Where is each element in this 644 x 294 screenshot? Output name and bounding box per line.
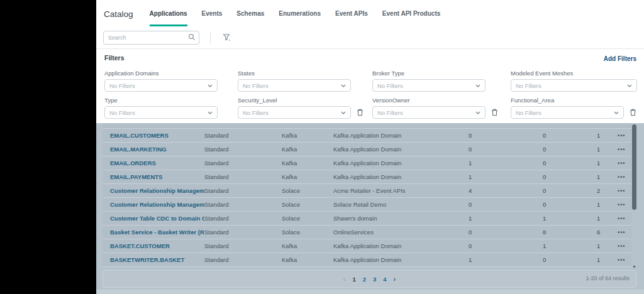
application-type-cell: Standard [204, 132, 282, 139]
table-row[interactable]: BASKET.CUSTOMERStandardKafkaKafka Applic… [103, 239, 631, 253]
table-row[interactable]: EMAIL.PAYMENTSStandardKafkaKafka Applica… [103, 170, 631, 184]
row-actions-button[interactable]: ••• [618, 243, 631, 249]
row-actions-button[interactable]: ••• [618, 133, 631, 139]
count-cell-3: 1 [597, 173, 618, 180]
add-filters-link[interactable]: Add Filters [604, 55, 636, 62]
tab-applications[interactable]: Applications [150, 0, 187, 26]
row-actions-button[interactable]: ••• [618, 174, 631, 180]
page-number-1[interactable]: 1 [352, 276, 355, 283]
remove-filter-button-security-level[interactable] [357, 109, 364, 116]
table-row[interactable]: Customer Table CDC to Domain C...Standar… [103, 212, 631, 226]
count-cell-1: 0 [469, 146, 543, 153]
tab-event-api-products[interactable]: Event API Products [382, 0, 440, 26]
filter-control-application-domains: No Filters [104, 79, 218, 92]
tab-event-apis[interactable]: Event APIs [335, 0, 368, 26]
application-name-link[interactable]: EMAIL.MARKETING [110, 146, 204, 153]
filter-dropdown-versionowner[interactable]: No Filters [372, 106, 486, 119]
results-count: 1-20 of 64 results [586, 275, 630, 281]
filter-control-versionowner: No Filters [372, 106, 501, 119]
page-prev-button[interactable]: ‹ [343, 275, 346, 283]
table-row[interactable]: EMAIL.MARKETINGStandardKafkaKafka Applic… [103, 143, 631, 156]
broker-type-cell: Kafka [282, 132, 333, 139]
row-actions-button[interactable]: ••• [618, 202, 631, 208]
application-name-link[interactable]: EMAIL.PAYMENTS [110, 173, 204, 180]
row-actions-button[interactable]: ••• [618, 257, 631, 263]
tab-enumerations[interactable]: Enumerations [279, 0, 321, 26]
filter-states: StatesNo Filters [238, 70, 367, 92]
count-cell-1: 1 [469, 256, 543, 263]
filter-dropdown-modeled-event-meshes[interactable]: No Filters [511, 79, 637, 92]
trash-icon [357, 109, 364, 116]
application-name-link[interactable]: EMAIL.ORDERS [110, 160, 204, 166]
application-name-link[interactable]: Customer Relationship Managem... [110, 201, 204, 208]
table-row[interactable]: BASKETWRITER.BASKETStandardKafkaKafka Ap… [103, 253, 631, 267]
filter-value-broker-type: No Filters [377, 82, 403, 89]
search-input[interactable] [104, 31, 199, 44]
filter-control-modeled-event-meshes: No Filters [511, 79, 640, 92]
application-domain-cell: Kafka Application Domain [333, 242, 469, 249]
table-row[interactable]: EMAIL.CUSTOMERSStandardKafkaKafka Applic… [103, 129, 631, 143]
filter-toggle-button[interactable] [221, 33, 231, 43]
filter-value-modeled-event-meshes: No Filters [516, 82, 541, 89]
search-icon [188, 33, 196, 41]
count-cell-1: 0 [469, 229, 543, 236]
application-type-cell: Standard [204, 256, 282, 263]
broker-type-cell: Kafka [282, 173, 333, 180]
filter-dropdown-application-domains[interactable]: No Filters [104, 79, 218, 92]
filter-control-functional-area: No Filters [511, 106, 640, 119]
application-name-link[interactable]: BASKET.CUSTOMER [110, 242, 204, 249]
table-row[interactable]: EMAIL.ORDERSStandardKafkaKafka Applicati… [103, 156, 631, 170]
scrollbar-down-arrow-icon[interactable]: ▼ [631, 264, 637, 270]
row-actions-button[interactable]: ••• [618, 146, 631, 153]
application-name-link[interactable]: Customer Relationship Managem... [110, 187, 204, 194]
filter-dropdown-states[interactable]: No Filters [238, 79, 351, 92]
remove-filter-button-versionowner[interactable] [491, 109, 498, 116]
tab-bar: Catalog ApplicationsEventsSchemasEnumera… [96, 0, 644, 26]
scrollbar-thumb[interactable] [632, 124, 636, 210]
count-cell-2: 1 [543, 242, 597, 249]
filter-label-type: Type [104, 97, 218, 104]
filter-dropdown-security-level[interactable]: No Filters [238, 106, 351, 119]
table-row[interactable]: Customer Relationship Managem...Standard… [103, 184, 631, 198]
chevron-down-icon [614, 111, 619, 114]
application-name-link[interactable]: Basket Service - Basket Writer (R... [110, 229, 204, 236]
filter-dropdown-type[interactable]: No Filters [104, 106, 218, 119]
tab-events[interactable]: Events [202, 0, 223, 26]
page-number-3[interactable]: 3 [373, 276, 376, 283]
filter-label-application-domains: Application Domains [104, 70, 218, 77]
funnel-icon [223, 33, 231, 41]
application-domain-cell: Kafka Application Domain [333, 173, 469, 180]
search-box [103, 31, 199, 45]
application-name-link[interactable]: EMAIL.CUSTOMERS [110, 132, 204, 139]
filter-control-type: No Filters [104, 106, 218, 119]
filter-control-security-level: No Filters [238, 106, 367, 119]
application-name-link[interactable]: Customer Table CDC to Domain C... [110, 215, 204, 222]
filter-control-states: No Filters [238, 79, 367, 92]
count-cell-1: 0 [469, 132, 543, 139]
table-row[interactable]: Basket Service - Basket Writer (R...Stan… [103, 226, 631, 239]
count-cell-1: 1 [469, 215, 543, 222]
table-row[interactable]: Customer Relationship Managem...Standard… [103, 198, 631, 212]
page-number-4[interactable]: 4 [383, 276, 386, 283]
remove-filter-button-functional-area[interactable] [630, 109, 636, 116]
filter-value-states: No Filters [243, 82, 269, 89]
filter-control-broker-type: No Filters [372, 79, 501, 92]
application-type-cell: Standard [204, 242, 282, 249]
results-table-area: EMAIL.CUSTOMERSStandardKafkaKafka Applic… [96, 123, 644, 294]
count-cell-2: 0 [543, 173, 597, 180]
page-next-button[interactable]: › [394, 275, 396, 283]
row-actions-button[interactable]: ••• [618, 229, 631, 236]
tab-schemas[interactable]: Schemas [236, 0, 264, 26]
count-cell-3: 1 [597, 256, 618, 263]
broker-type-cell: Kafka [282, 242, 333, 249]
vertical-scrollbar[interactable]: ▼ [631, 124, 637, 273]
row-actions-button[interactable]: ••• [618, 160, 631, 166]
application-name-link[interactable]: BASKETWRITER.BASKET [110, 256, 204, 263]
filter-label-security-level: Security_Level [238, 97, 367, 104]
filter-dropdown-broker-type[interactable]: No Filters [372, 79, 486, 92]
row-actions-button[interactable]: ••• [618, 188, 631, 194]
page-number-2[interactable]: 2 [363, 276, 366, 283]
row-actions-button[interactable]: ••• [618, 215, 631, 222]
filter-label-modeled-event-meshes: Modeled Event Meshes [511, 70, 640, 77]
filter-dropdown-functional-area[interactable]: No Filters [511, 106, 624, 119]
